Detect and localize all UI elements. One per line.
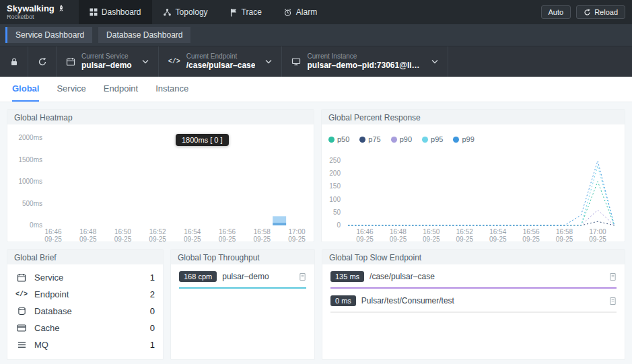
dashboard-tabs-bar: Service Dashboard Database Dashboard xyxy=(0,24,632,46)
tab-global[interactable]: Global xyxy=(12,77,39,102)
series-line-p90 xyxy=(348,210,614,225)
tab-service[interactable]: Service xyxy=(57,77,85,102)
legend-label: p50 xyxy=(337,135,349,143)
x-axis-time-label: 16:46 xyxy=(356,228,373,235)
heatmap-cell[interactable] xyxy=(273,216,286,223)
current-instance-selector[interactable]: Current Instance pulsar–demo–pid:73061@l… xyxy=(282,46,448,77)
current-endpoint-selector[interactable]: </> Current Endpoint /case/pulsar–case xyxy=(159,46,283,77)
percent-response-chart[interactable]: p50p75p90p95p99 05010015020025016:4609-2… xyxy=(322,124,625,242)
tab-instance[interactable]: Instance xyxy=(155,77,188,102)
latency-badge: 135 ms xyxy=(330,271,364,282)
tab-database-dashboard[interactable]: Database Dashboard xyxy=(98,27,190,43)
series-line-p95 xyxy=(348,166,614,225)
refresh-button[interactable] xyxy=(28,46,57,77)
x-axis-date-label: 09-25 xyxy=(456,235,473,242)
monitor-icon xyxy=(291,57,301,66)
heatmap-cell[interactable] xyxy=(273,223,286,225)
nav-item-trace[interactable]: Trace xyxy=(219,0,273,24)
nav-item-label: Topology xyxy=(176,7,208,17)
tab-service-dashboard[interactable]: Service Dashboard xyxy=(5,27,92,43)
chart-legend: p50p75p90p95p99 xyxy=(328,135,475,143)
x-axis-date-label: 09-25 xyxy=(184,235,201,242)
x-axis-date-label: 09-25 xyxy=(356,235,374,242)
nav-item-label: Dashboard xyxy=(102,7,141,17)
x-axis-date-label: 09-25 xyxy=(522,235,540,242)
lock-button[interactable] xyxy=(0,46,28,77)
mq-list-icon xyxy=(15,341,28,349)
refresh-icon xyxy=(38,57,47,67)
legend-label: p90 xyxy=(400,135,412,143)
latency-badge: 0 ms xyxy=(330,295,356,306)
reload-label: Reload xyxy=(594,8,618,16)
selector-value: pulsar–demo xyxy=(81,61,132,71)
copy-icon[interactable] xyxy=(299,272,306,281)
x-axis-time-label: 17:00 xyxy=(288,228,305,235)
selector-value: /case/pulsar–case xyxy=(186,61,256,71)
legend-item-p90[interactable]: p90 xyxy=(391,135,412,143)
y-axis-label: 1000ms xyxy=(18,178,42,185)
series-line-p99 xyxy=(348,161,614,225)
legend-item-p99[interactable]: p99 xyxy=(453,135,474,143)
panel-title: Global Heatmap xyxy=(7,110,314,124)
slow-endpoint-label: Pulsar/test/Consumer/test xyxy=(361,296,604,305)
heatmap-svg[interactable]: 2000ms1500ms1000ms500ms0ms16:4609-2516:4… xyxy=(7,124,314,242)
dashboard-content: Global Heatmap 2000ms1500ms1000ms500ms0m… xyxy=(0,102,632,364)
copy-icon[interactable] xyxy=(609,297,617,305)
copy-icon[interactable] xyxy=(609,272,617,281)
x-axis-time-label: 16:58 xyxy=(254,228,271,235)
legend-item-p75[interactable]: p75 xyxy=(359,135,380,143)
y-axis-label: 50 xyxy=(333,209,341,216)
legend-label: p95 xyxy=(431,135,443,143)
x-axis-time-label: 17:00 xyxy=(589,228,606,235)
panel-title: Global Percent Response xyxy=(322,110,625,124)
x-axis-date-label: 09-25 xyxy=(114,235,132,242)
brief-row-cache: Cache 0 xyxy=(7,320,163,336)
y-axis-label: 200 xyxy=(329,170,341,177)
topology-icon xyxy=(163,8,172,17)
legend-dot xyxy=(359,137,365,143)
auto-button[interactable]: Auto xyxy=(541,5,571,19)
selector-value: pulsar–demo–pid:73061@lipen... xyxy=(307,61,421,71)
slow-endpoint-row: 0 ms Pulsar/test/Consumer/test xyxy=(330,295,617,313)
reload-button[interactable]: Reload xyxy=(576,5,625,19)
x-axis-time-label: 16:54 xyxy=(184,228,201,235)
x-axis-date-label: 09-25 xyxy=(390,235,407,242)
panel-global-brief: Global Brief Service 1 </> Endpoint 2 xyxy=(7,249,164,360)
legend-label: p75 xyxy=(368,135,380,143)
nav-item-topology[interactable]: Topology xyxy=(152,0,219,24)
chevron-down-icon xyxy=(265,59,272,64)
alarm-clock-icon xyxy=(283,8,292,17)
panel-title: Global Brief xyxy=(7,250,163,264)
x-axis-date-label: 09-25 xyxy=(423,235,440,242)
brief-label: Database xyxy=(34,306,143,316)
tab-endpoint[interactable]: Endpoint xyxy=(104,77,138,102)
x-axis-date-label: 09-25 xyxy=(149,235,166,242)
brief-label: MQ xyxy=(34,340,143,350)
legend-item-p95[interactable]: p95 xyxy=(422,135,443,143)
brief-value: 1 xyxy=(150,272,155,283)
panel-title: Global Top Slow Endpoint xyxy=(322,250,625,264)
main-nav: Dashboard Topology Trace Alarm xyxy=(79,0,328,24)
nav-item-dashboard[interactable]: Dashboard xyxy=(79,0,152,24)
x-axis-time-label: 16:46 xyxy=(44,228,61,235)
x-axis-date-label: 09-25 xyxy=(589,235,606,242)
x-axis-time-label: 16:56 xyxy=(523,228,540,235)
y-axis-label: 1500ms xyxy=(18,156,42,163)
endpoint-icon: </> xyxy=(15,291,28,298)
database-icon xyxy=(15,307,28,316)
legend-item-p50[interactable]: p50 xyxy=(328,135,349,143)
y-axis-label: 100 xyxy=(329,196,341,203)
brief-row-mq: MQ 1 xyxy=(7,336,163,353)
throughput-label: pulsar–demo xyxy=(222,272,293,281)
logo-subtitle: Rocketbot xyxy=(7,14,65,20)
heatmap-chart[interactable]: 2000ms1500ms1000ms500ms0ms16:4609-2516:4… xyxy=(7,124,314,242)
current-service-selector[interactable]: Current Service pulsar–demo xyxy=(57,46,159,77)
logo-title: Skywalking xyxy=(7,4,55,13)
x-axis-date-label: 09-25 xyxy=(489,235,507,242)
slow-endpoint-row: 135 ms /case/pulsar–case xyxy=(330,271,617,289)
tab-label: Service Dashboard xyxy=(15,30,84,40)
nav-item-alarm[interactable]: Alarm xyxy=(273,0,328,24)
brief-value: 0 xyxy=(150,306,155,316)
selector-toolbar: Current Service pulsar–demo </> Current … xyxy=(0,46,632,77)
legend-dot xyxy=(453,137,459,143)
